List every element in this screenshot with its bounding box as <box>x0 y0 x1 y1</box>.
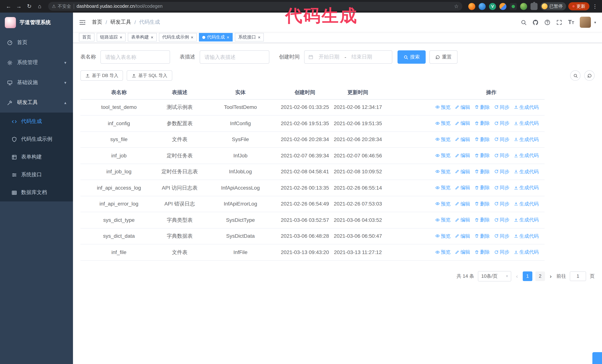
row-action-sync[interactable]: 同步 <box>494 184 509 191</box>
row-action-download[interactable]: 生成代码 <box>514 119 539 127</box>
drop-extension-icon[interactable] <box>479 3 486 10</box>
prev-page-button[interactable]: ‹ <box>515 273 519 279</box>
home-icon[interactable]: ⌂ <box>35 1 44 11</box>
tab-1[interactable]: 链路追踪 × <box>97 33 126 42</box>
row-action-edit[interactable]: 编辑 <box>455 135 470 143</box>
sidebar-item-1[interactable]: 系统管理 ▾ <box>0 52 73 73</box>
close-icon[interactable]: × <box>258 35 260 40</box>
sidebar-item-0[interactable]: 首页 <box>0 32 73 52</box>
tab-4[interactable]: 代码生成 × <box>199 33 233 42</box>
row-action-download[interactable]: 生成代码 <box>514 103 539 111</box>
close-icon[interactable]: × <box>191 35 194 40</box>
fox-extension-icon[interactable] <box>468 3 475 10</box>
sidebar-subitem-2[interactable]: 表单构建 <box>0 148 73 166</box>
row-action-delete[interactable]: 删除 <box>474 135 490 143</box>
table-name-input[interactable] <box>100 50 170 64</box>
leaf-extension-icon[interactable] <box>520 3 527 10</box>
fullscreen-icon[interactable] <box>556 19 563 26</box>
page-button-2[interactable]: 2 <box>535 271 545 281</box>
row-action-delete[interactable]: 删除 <box>474 103 490 111</box>
row-action-sync[interactable]: 同步 <box>494 216 509 224</box>
sidebar-subitem-4[interactable]: 数据库文档 <box>0 184 73 201</box>
browser-menu-icon[interactable]: ⋮ <box>592 3 598 9</box>
help-icon[interactable] <box>544 19 551 26</box>
close-icon[interactable]: × <box>227 35 229 40</box>
row-action-sync[interactable]: 同步 <box>494 248 509 256</box>
forward-icon[interactable]: → <box>14 1 24 11</box>
reset-button[interactable]: 重置 <box>429 50 458 64</box>
date-range-picker[interactable]: 开始日期 - 结束日期 <box>304 50 392 64</box>
row-action-edit[interactable]: 编辑 <box>455 184 470 191</box>
sidebar-subitem-0[interactable]: 代码生成 <box>0 113 73 130</box>
row-action-eye[interactable]: 预览 <box>435 200 451 208</box>
row-action-delete[interactable]: 删除 <box>474 216 490 224</box>
profile-paused-badge[interactable]: 已暂停 <box>540 2 566 10</box>
tab-3[interactable]: 代码生成示例 × <box>159 33 197 42</box>
row-action-download[interactable]: 生成代码 <box>514 135 539 143</box>
search-button[interactable]: 搜索 <box>398 50 426 64</box>
row-action-delete[interactable]: 删除 <box>474 119 490 127</box>
row-action-delete[interactable]: 删除 <box>474 200 490 208</box>
breadcrumb-item[interactable]: 研发工具 <box>110 19 131 26</box>
row-action-download[interactable]: 生成代码 <box>514 248 539 256</box>
row-action-eye[interactable]: 预览 <box>435 167 451 175</box>
import-db-button[interactable]: 基于 DB 导入 <box>80 70 123 81</box>
row-action-sync[interactable]: 同步 <box>494 200 509 208</box>
row-action-edit[interactable]: 编辑 <box>455 119 470 127</box>
row-action-delete[interactable]: 删除 <box>474 232 490 240</box>
row-action-download[interactable]: 生成代码 <box>514 232 539 240</box>
tab-0[interactable]: 首页 <box>79 33 95 42</box>
sidebar-item-2[interactable]: 基础设施 ▾ <box>0 73 73 93</box>
backtop-button[interactable] <box>592 352 602 364</box>
back-icon[interactable]: ← <box>4 1 13 11</box>
row-action-sync[interactable]: 同步 <box>494 151 509 159</box>
sidebar-subitem-1[interactable]: 代码生成示例 <box>0 130 73 148</box>
row-action-edit[interactable]: 编辑 <box>455 248 470 256</box>
puzzle-extensions-icon[interactable] <box>530 3 538 10</box>
row-action-edit[interactable]: 编辑 <box>455 151 470 159</box>
chevron-down-icon[interactable]: ▾ <box>594 20 596 24</box>
users-extension-icon[interactable] <box>499 3 506 10</box>
close-icon[interactable]: × <box>151 35 153 40</box>
address-bar[interactable]: ⚠ 不安全 dashboard.yudao.iocoder.cn/tool/co… <box>48 2 462 11</box>
table-desc-input[interactable] <box>200 50 269 64</box>
row-action-delete[interactable]: 删除 <box>474 248 490 256</box>
row-action-eye[interactable]: 预览 <box>435 135 451 143</box>
tab-2[interactable]: 表单构建 × <box>128 33 157 42</box>
row-action-download[interactable]: 生成代码 <box>514 151 539 159</box>
bookmark-star-icon[interactable]: ☆ <box>454 3 459 9</box>
reload-icon[interactable]: ↻ <box>24 1 34 11</box>
row-action-delete[interactable]: 删除 <box>474 167 490 175</box>
row-action-download[interactable]: 生成代码 <box>514 200 539 208</box>
row-action-delete[interactable]: 删除 <box>474 184 490 191</box>
refresh-table-button[interactable] <box>584 70 595 81</box>
hamburger-icon[interactable] <box>79 19 86 26</box>
row-action-sync[interactable]: 同步 <box>494 103 509 111</box>
row-action-download[interactable]: 生成代码 <box>514 167 539 175</box>
tab-5[interactable]: 系统接口 × <box>235 33 264 42</box>
user-avatar[interactable] <box>580 17 591 28</box>
sidebar-item-3[interactable]: 研发工具 ▴ <box>0 93 73 113</box>
goto-page-input[interactable] <box>570 271 586 281</box>
row-action-edit[interactable]: 编辑 <box>455 200 470 208</box>
next-page-button[interactable]: › <box>549 273 553 279</box>
page-size-select[interactable]: 10条/页 ▾ <box>478 271 511 281</box>
sidebar-subitem-3[interactable]: 系统接口 <box>0 166 73 184</box>
vue-devtools-icon[interactable]: V <box>489 3 496 10</box>
row-action-eye[interactable]: 预览 <box>435 119 451 127</box>
row-action-edit[interactable]: 编辑 <box>455 167 470 175</box>
row-action-eye[interactable]: 预览 <box>435 151 451 159</box>
row-action-eye[interactable]: 预览 <box>435 184 451 191</box>
row-action-download[interactable]: 生成代码 <box>514 216 539 224</box>
breadcrumb-item[interactable]: 首页 <box>92 19 102 26</box>
row-action-sync[interactable]: 同步 <box>494 135 509 143</box>
row-action-delete[interactable]: 删除 <box>474 151 490 159</box>
row-action-sync[interactable]: 同步 <box>494 167 509 175</box>
row-action-edit[interactable]: 编辑 <box>455 103 470 111</box>
row-action-edit[interactable]: 编辑 <box>455 232 470 240</box>
row-action-sync[interactable]: 同步 <box>494 119 509 127</box>
toggle-search-button[interactable] <box>570 70 580 81</box>
row-action-download[interactable]: 生成代码 <box>514 184 539 191</box>
github-icon[interactable] <box>533 19 539 26</box>
row-action-edit[interactable]: 编辑 <box>455 216 470 224</box>
